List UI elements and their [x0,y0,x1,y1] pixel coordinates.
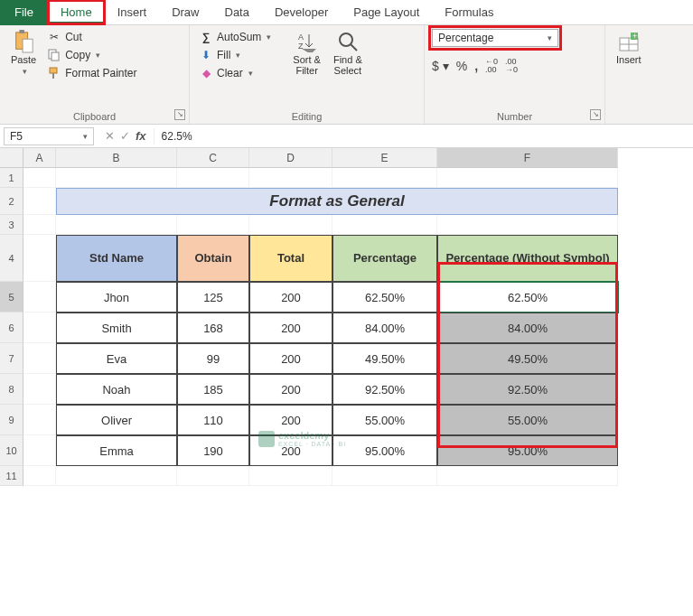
row-header[interactable]: 4 [0,235,23,282]
row-header[interactable]: 5 [0,282,23,313]
autosum-button[interactable]: ∑ AutoSum▾ [197,29,273,45]
header-percentage[interactable]: Percentage [332,235,437,282]
tab-formulas[interactable]: Formulas [432,0,506,24]
copy-button[interactable]: Copy▾ [45,47,138,63]
cell[interactable]: 49.50% [437,343,618,374]
tab-insert[interactable]: Insert [105,0,160,24]
row-header[interactable]: 2 [0,188,23,215]
cell[interactable]: 92.50% [437,374,618,405]
tab-data[interactable]: Data [212,0,262,24]
cell[interactable]: 84.00% [437,313,618,343]
header-obtain[interactable]: Obtain [177,235,249,282]
row-header[interactable]: 9 [0,405,23,435]
svg-rect-2 [23,39,33,52]
row-header[interactable]: 7 [0,343,23,374]
cell[interactable]: 49.50% [332,343,437,374]
cell[interactable]: 62.50% [332,282,437,313]
group-editing: ∑ AutoSum▾ ⬇ Fill▾ ◆ Clear▾ AZ Sort & Fi… [190,25,425,124]
number-dialog-launcher[interactable]: ↘ [590,109,601,120]
select-all-corner[interactable] [0,148,23,168]
svg-line-10 [351,44,357,51]
paste-icon [13,31,34,52]
clear-button[interactable]: ◆ Clear▾ [197,65,273,81]
increase-decimal-button[interactable]: ←0 .00 [485,58,498,74]
decrease-decimal-button[interactable]: .00 →0 [505,58,518,74]
header-pct-no-symbol[interactable]: Percentage (Without Symbol) [437,235,618,282]
comma-format-button[interactable]: , [474,59,478,73]
group-number: Percentage ▾ $ ▾ % , ←0 .00 .00 →0 Numbe… [425,25,605,124]
cell[interactable]: 125 [177,282,249,313]
insert-cells-button[interactable]: + Insert [613,29,645,67]
cell[interactable]: Noah [56,374,177,405]
insert-cells-icon: + [618,31,640,52]
cell[interactable]: 95.00% [437,435,618,466]
cell[interactable]: Emma [56,435,177,466]
svg-rect-5 [50,68,57,73]
cell[interactable]: 200 [249,282,332,313]
autosum-label: AutoSum [217,31,261,43]
autosum-icon: ∑ [199,30,213,44]
row-header[interactable]: 11 [0,466,23,486]
cancel-formula-button[interactable]: ✕ [105,129,115,143]
row-header[interactable]: 6 [0,313,23,343]
col-header[interactable]: F [437,148,618,168]
svg-text:A: A [298,33,304,42]
tab-page-layout[interactable]: Page Layout [341,0,432,24]
cut-button[interactable]: ✂ Cut [45,29,138,45]
cell[interactable]: 92.50% [332,374,437,405]
find-select-button[interactable]: Find & Select [330,29,366,78]
row-header[interactable]: 8 [0,374,23,405]
cell[interactable]: 200 [249,313,332,343]
cell[interactable]: 190 [177,435,249,466]
paste-button[interactable]: Paste▾ [7,29,40,79]
col-header[interactable]: E [332,148,437,168]
header-total[interactable]: Total [249,235,332,282]
col-header[interactable]: A [23,148,56,168]
sort-filter-label: Sort & Filter [293,54,321,76]
col-header[interactable]: C [177,148,249,168]
cell[interactable]: Oliver [56,405,177,435]
cell[interactable]: Smith [56,313,177,343]
number-group-label: Number [432,109,597,122]
cell[interactable]: 95.00% [332,435,437,466]
row-header[interactable]: 10 [0,435,23,466]
title-cell[interactable]: Format as General [56,188,618,215]
cell[interactable]: 200 [249,343,332,374]
formula-input[interactable]: 62.5% [154,128,693,145]
col-header[interactable]: D [249,148,332,168]
enter-formula-button[interactable]: ✓ [120,129,130,143]
tab-home[interactable]: Home [48,0,105,24]
row-header[interactable]: 3 [0,215,23,235]
cell[interactable]: Eva [56,343,177,374]
accounting-format-button[interactable]: $ ▾ [432,59,449,73]
cell[interactable]: 200 [249,374,332,405]
format-painter-button[interactable]: Format Painter [45,65,138,81]
tab-developer[interactable]: Developer [262,0,341,24]
cell-selected[interactable]: 62.50% [437,282,618,313]
cell[interactable]: 200 [249,435,332,466]
name-box[interactable]: F5 ▾ [4,127,94,145]
clipboard-dialog-launcher[interactable]: ↘ [174,109,185,120]
insert-cells-label: Insert [616,54,641,65]
percent-format-button[interactable]: % [456,59,467,73]
col-header[interactable]: B [56,148,177,168]
row-header[interactable]: 1 [0,168,23,188]
cell[interactable]: 55.00% [437,405,618,435]
number-format-dropdown[interactable]: Percentage ▾ [432,29,558,47]
sort-filter-button[interactable]: AZ Sort & Filter [289,29,324,78]
cell[interactable]: 110 [177,405,249,435]
cell[interactable]: Jhon [56,282,177,313]
cell[interactable]: 185 [177,374,249,405]
fill-button[interactable]: ⬇ Fill▾ [197,47,273,63]
cell[interactable]: 55.00% [332,405,437,435]
fx-icon[interactable]: fx [136,129,146,143]
header-std-name[interactable]: Std Name [56,235,177,282]
tab-file[interactable]: File [0,0,48,25]
cell[interactable]: 99 [177,343,249,374]
cell[interactable]: 200 [249,405,332,435]
cell[interactable]: 168 [177,313,249,343]
cell[interactable]: 84.00% [332,313,437,343]
copy-label: Copy [65,49,90,61]
tab-draw[interactable]: Draw [159,0,211,24]
sheet-area[interactable]: Format as General Std Name Obtain Total … [23,168,693,486]
